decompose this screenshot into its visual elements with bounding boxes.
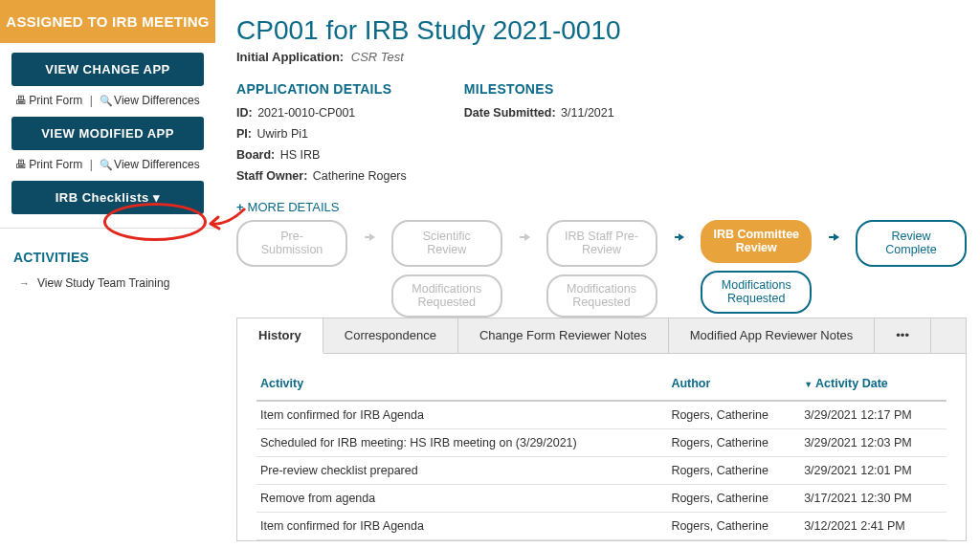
cell-activity: Remove from agenda: [256, 485, 667, 513]
tab-history[interactable]: History: [237, 318, 323, 354]
tab-modified-app-notes[interactable]: Modified App Reviewer Notes: [669, 318, 876, 353]
table-row: Item confirmed for IRB AgendaRogers, Cat…: [256, 401, 947, 429]
cell-date: 3/29/2021 12:17 PM: [800, 401, 947, 429]
stage-mods-requested-1: Modifications Requested: [391, 274, 502, 318]
stage-committee-review: IRB Committee Review: [701, 220, 812, 263]
cell-author: Rogers, Catherine: [667, 485, 800, 513]
separator: |: [90, 158, 93, 171]
cell-date: 3/29/2021 12:03 PM: [800, 429, 947, 457]
tabs: History Correspondence Change Form Revie…: [236, 318, 967, 541]
stage-scientific-review: Scientific Review: [391, 220, 502, 267]
cell-date: 3/29/2021 12:01 PM: [800, 457, 947, 485]
search-icon: [100, 94, 114, 107]
table-row: Item confirmed for IRB AgendaRogers, Cat…: [256, 513, 947, 540]
arrow-icon: [829, 236, 838, 238]
change-app-sublinks: Print Form | View Differences: [11, 94, 204, 107]
stage-pre-submission: Pre-Submission: [236, 220, 347, 267]
col-activity[interactable]: Activity: [256, 371, 667, 401]
application-details: APPLICATION DETAILS ID: 2021-0010-CP001 …: [236, 81, 407, 190]
stage-staff-pre-review: IRB Staff Pre-Review: [546, 220, 657, 267]
print-icon: [15, 94, 29, 107]
cell-activity: Pre-review checklist prepared: [256, 457, 667, 485]
tab-change-form-notes[interactable]: Change Form Reviewer Notes: [458, 318, 669, 353]
table-row: Pre-review checklist preparedRogers, Cat…: [256, 457, 947, 485]
page-subtitle: Initial Application: CSR Test: [236, 50, 967, 64]
history-table: Activity Author Activity Date Item confi…: [256, 371, 947, 540]
tab-overflow[interactable]: •••: [875, 318, 931, 353]
table-row: Remove from agendaRogers, Catherine3/17/…: [256, 485, 947, 513]
cell-activity: Item confirmed for IRB Agenda: [256, 513, 667, 540]
stage-mods-requested-2: Modifications Requested: [546, 274, 657, 318]
view-change-app-button[interactable]: VIEW CHANGE APP: [11, 53, 204, 86]
col-author[interactable]: Author: [667, 371, 800, 401]
arrow-icon: [675, 236, 684, 238]
milestones: MILESTONES Date Submitted: 3/11/2021: [464, 81, 614, 190]
arrow-icon: [520, 236, 529, 238]
cell-date: 3/12/2021 2:41 PM: [800, 513, 947, 540]
chevron-down-icon: ▾: [149, 190, 161, 205]
tab-panel-history: Activity Author Activity Date Item confi…: [236, 353, 967, 541]
tab-correspondence[interactable]: Correspondence: [323, 318, 458, 353]
arrow-icon: [365, 236, 374, 238]
more-details-toggle[interactable]: + MORE DETAILS: [236, 200, 967, 214]
app-details-heading: APPLICATION DETAILS: [236, 81, 407, 97]
col-activity-date[interactable]: Activity Date: [800, 371, 947, 401]
table-row: Scheduled for IRB meeting: HS IRB meetin…: [256, 429, 947, 457]
main-content: CP001 for IRB Study 2021-0010 Initial Ap…: [215, 0, 980, 548]
print-form-link-1[interactable]: Print Form: [15, 94, 82, 107]
cell-activity: Item confirmed for IRB Agenda: [256, 401, 667, 429]
search-icon: [100, 158, 114, 171]
view-diff-link-1[interactable]: View Differences: [100, 94, 200, 107]
activities-heading: ACTIVITIES: [0, 229, 215, 273]
status-banner: ASSIGNED TO IRB MEETING: [0, 0, 215, 43]
print-form-link-2[interactable]: Print Form: [15, 158, 82, 171]
separator: |: [90, 94, 93, 107]
modified-app-sublinks: Print Form | View Differences: [11, 158, 204, 171]
activity-view-study-team-training[interactable]: View Study Team Training: [0, 273, 215, 294]
plus-icon: +: [236, 200, 244, 214]
view-diff-link-2[interactable]: View Differences: [100, 158, 200, 171]
irb-checklists-button[interactable]: IRB Checklists ▾: [11, 181, 204, 214]
cell-activity: Scheduled for IRB meeting: HS IRB meetin…: [256, 429, 667, 457]
cell-date: 3/17/2021 12:30 PM: [800, 485, 947, 513]
cell-author: Rogers, Catherine: [667, 401, 800, 429]
page-title: CP001 for IRB Study 2021-0010: [236, 15, 967, 46]
cell-author: Rogers, Catherine: [667, 429, 800, 457]
milestones-heading: MILESTONES: [464, 81, 614, 97]
cell-author: Rogers, Catherine: [667, 513, 800, 540]
stage-mods-requested-3: Modifications Requested: [701, 271, 812, 314]
sidebar: ASSIGNED TO IRB MEETING VIEW CHANGE APP …: [0, 0, 215, 548]
view-modified-app-button[interactable]: VIEW MODIFIED APP: [11, 117, 204, 150]
cell-author: Rogers, Catherine: [667, 457, 800, 485]
stage-review-complete: Review Complete: [856, 220, 967, 267]
print-icon: [15, 158, 29, 171]
workflow-diagram: Pre-Submission Scientific Review Modific…: [236, 220, 967, 308]
